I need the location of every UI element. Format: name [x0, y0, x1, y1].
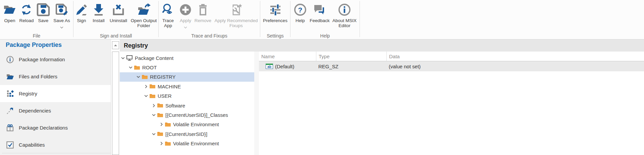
group-label-sign-install: Sign and Install: [73, 33, 158, 39]
chevron-down-icon[interactable]: [128, 65, 133, 70]
trace-app-icon: [161, 1, 175, 18]
scrollbar-thumb[interactable]: [112, 52, 119, 155]
tree-node-volatile-environment[interactable]: Volatile Environment: [120, 139, 254, 148]
reload-icon: [20, 1, 33, 18]
install-button[interactable]: Install: [90, 1, 108, 33]
chevron-down-icon: [60, 24, 63, 30]
tree-node-machine[interactable]: MACHINE: [120, 82, 254, 91]
chevron-down-icon[interactable]: [120, 56, 125, 60]
folder-icon: [157, 103, 163, 108]
remove-button[interactable]: Remove: [194, 1, 212, 33]
apply-plus-icon: [179, 1, 192, 18]
registry-values-table: Name Type Data ab (Default) REG_SZ (valu…: [259, 52, 644, 155]
open-output-folder-button[interactable]: Open Output Folder: [129, 1, 158, 33]
chevron-right-icon[interactable]: [151, 103, 156, 108]
ribbon-group-help: ? Help Feedback: [290, 0, 360, 39]
column-header-data[interactable]: Data: [386, 52, 644, 61]
sidebar-item-dependencies[interactable]: Dependencies: [0, 102, 111, 119]
feedback-icon: [313, 1, 327, 18]
ribbon-group-sign-install: Sign Install Uninstall: [73, 0, 158, 39]
feedback-button[interactable]: Feedback: [310, 1, 329, 33]
preferences-button[interactable]: Preferences: [260, 1, 290, 33]
chevron-right-icon[interactable]: [143, 84, 149, 89]
value-name: (Default): [275, 64, 294, 69]
column-header-name[interactable]: Name: [259, 52, 316, 61]
ribbon-group-file: Open Reload: [0, 0, 73, 39]
checkbox-check-icon: [6, 141, 14, 149]
value-type: REG_SZ: [316, 61, 386, 71]
preferences-sliders-icon: [269, 1, 282, 18]
ribbon-group-settings: Preferences Settings: [260, 0, 290, 39]
sign-pencil-icon: [75, 1, 88, 18]
tree-node-package-content[interactable]: Package Content: [120, 53, 254, 63]
chevron-down-icon[interactable]: [151, 113, 156, 117]
chevron-right-icon[interactable]: [159, 141, 164, 146]
chevron-down-icon: [184, 24, 187, 30]
apply-recommended-fixups-button[interactable]: Apply Recommended Fixups: [212, 1, 260, 33]
folder-icon: [149, 93, 156, 99]
ribbon-separator: [360, 1, 360, 37]
about-msix-editor-button[interactable]: About MSIX Editor: [329, 1, 360, 33]
package-properties-sidebar: Package Properties Package Information F…: [0, 40, 111, 155]
ribbon-group-trace-fixups: Trace App Apply: [159, 0, 260, 39]
sign-button[interactable]: Sign: [73, 1, 90, 33]
chevron-down-icon[interactable]: [136, 75, 141, 79]
sidebar-item-registry[interactable]: Registry: [0, 85, 111, 102]
about-info-icon: [338, 1, 351, 18]
chevron-down-icon[interactable]: [151, 132, 156, 136]
folder-icon: [142, 74, 148, 80]
help-icon: ?: [293, 1, 307, 18]
vertical-scrollbar[interactable]: [111, 40, 120, 155]
reload-button[interactable]: Reload: [18, 1, 35, 33]
main-panel: Registry Package Content: [120, 40, 644, 155]
scrollbar-up-button[interactable]: [112, 41, 119, 49]
chevron-down-icon[interactable]: [143, 94, 149, 98]
folder-icon: [165, 122, 171, 127]
tree-node-registry[interactable]: REGISTRY: [120, 72, 254, 82]
save-button[interactable]: Save: [35, 1, 52, 33]
help-button[interactable]: ? Help: [290, 1, 310, 33]
trace-app-button[interactable]: Trace App: [159, 1, 177, 33]
group-label-trace-fixups: Trace and Fixups: [159, 33, 260, 39]
folder-icon: [157, 131, 163, 137]
uninstall-button[interactable]: Uninstall: [108, 1, 129, 33]
tree-node-software[interactable]: Software: [120, 101, 254, 110]
fixups-document-icon: [229, 1, 243, 18]
sidebar-item-package-information[interactable]: Package Information: [0, 51, 111, 68]
chevron-right-icon[interactable]: [159, 122, 164, 127]
table-row[interactable]: ab (Default) REG_SZ (value not set): [259, 61, 644, 71]
sidebar-item-package-declarations[interactable]: Package Declarations: [0, 119, 111, 136]
folder-icon: [149, 84, 156, 89]
uninstall-icon: [112, 1, 125, 18]
monitor-icon: [126, 55, 133, 61]
folder-icon: [165, 141, 171, 146]
apply-button[interactable]: Apply: [177, 1, 194, 33]
folder-icon: [134, 65, 140, 70]
sidebar-item-capabilities[interactable]: Capabilities: [0, 136, 111, 153]
install-arrow-icon: [92, 1, 105, 18]
tree-node-root[interactable]: ROOT: [120, 63, 254, 72]
group-label-help: Help: [290, 33, 360, 39]
page-title: Registry: [120, 40, 644, 52]
save-as-icon: [55, 1, 69, 18]
sidebar-title: Package Properties: [0, 40, 111, 51]
table-header: Name Type Data: [259, 52, 644, 61]
column-header-type[interactable]: Type: [316, 52, 386, 61]
sidebar-item-files-and-folders[interactable]: Files and Folders: [0, 68, 111, 85]
svg-text:?: ?: [298, 6, 303, 13]
tree-table-splitter[interactable]: [254, 52, 259, 155]
output-folder-icon: [137, 1, 151, 18]
tree-node-currentusersid[interactable]: [{CurrentUserSID}]: [120, 129, 254, 139]
tree-node-volatile-environment-classes[interactable]: Volatile Environment: [120, 120, 254, 129]
ribbon-toolbar: Open Reload: [0, 0, 644, 40]
open-button[interactable]: Open: [1, 1, 18, 33]
tree-node-user[interactable]: USER: [120, 91, 254, 101]
folder-icon: [6, 73, 14, 81]
open-folder-icon: [3, 1, 16, 18]
content-area: Package Properties Package Information F…: [0, 40, 644, 155]
sidebar-section-divider: [2, 153, 111, 153]
registry-squares-icon: [6, 90, 14, 98]
save-icon: [37, 1, 50, 18]
save-as-button[interactable]: Save As: [52, 1, 72, 33]
tree-node-currentusersid-classes[interactable]: [{CurrentUserSID}]_Classes: [120, 110, 254, 120]
